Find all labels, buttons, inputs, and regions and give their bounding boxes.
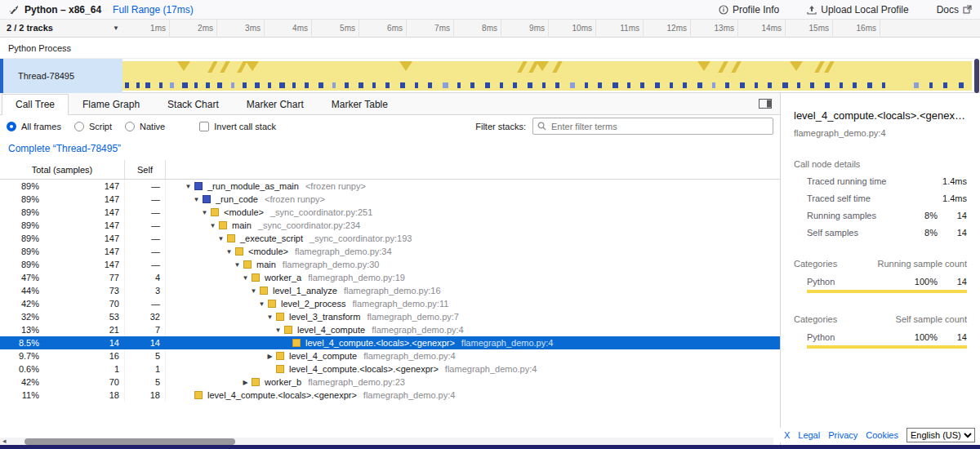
collapse-icon[interactable]: ▼ [257, 300, 266, 308]
marker-slash-icon [553, 61, 563, 73]
expand-icon[interactable]: ▶ [241, 379, 250, 386]
collapse-icon[interactable]: ▼ [200, 209, 209, 216]
category-square-icon [260, 287, 268, 295]
total-cell: 9.7%16 [0, 349, 125, 362]
radio-all-frames[interactable] [7, 122, 16, 131]
tab-marker-table[interactable]: Marker Table [318, 93, 402, 114]
sample-tick [206, 82, 210, 88]
tree-row[interactable]: 9.7%165▶level_4_computeflamegraph_demo.p… [0, 349, 780, 362]
tree-row[interactable]: 42%705▶worker_bflamegraph_demo.py:23 [0, 376, 780, 389]
tree-row[interactable]: 11%1818level_4_compute.<locals>.<genexpr… [0, 389, 780, 402]
function-name: <module> [224, 207, 264, 217]
footer-link-privacy[interactable]: Privacy [828, 430, 858, 440]
tree-row[interactable]: 44%733▼level_1_analyzeflamegraph_demo.py… [0, 284, 780, 297]
total-cell: 42%70 [0, 376, 125, 389]
scroll-left-icon[interactable]: ◂ [2, 437, 7, 445]
sample-tick [513, 82, 517, 88]
sample-tick [332, 82, 336, 88]
tree-row[interactable]: 32%5332▼level_3_transformflamegraph_demo… [0, 310, 780, 323]
profile-info-button[interactable]: Profile Info [719, 4, 779, 16]
tree-row[interactable]: 8.5%1414level_4_compute.<locals>.<genexp… [0, 336, 780, 349]
breadcrumb-link[interactable]: Complete “Thread-78495” [8, 143, 121, 154]
upload-profile-button[interactable]: Upload Local Profile [807, 4, 908, 16]
thread-activity-graph[interactable] [122, 59, 972, 93]
horizontal-scrollbar-thumb[interactable] [24, 438, 235, 445]
detail-value: 1.4ms [942, 176, 967, 186]
timeline-ruler: 2 / 2 tracks ▼ 1ms2ms3ms4ms5ms6ms7ms8ms9… [0, 20, 980, 38]
total-percent: 89% [0, 207, 39, 217]
total-cell: 89%147 [0, 219, 125, 232]
category-square-icon [268, 300, 276, 308]
footer-link-x[interactable]: X [784, 430, 790, 440]
marker-triangle-icon [246, 61, 259, 71]
collapse-icon[interactable]: ▼ [233, 261, 242, 269]
tree-row[interactable]: 0.6%11level_4_compute.<locals>.<genexpr>… [0, 362, 780, 376]
collapse-icon[interactable]: ▼ [225, 248, 234, 256]
sample-tick [217, 82, 222, 88]
docs-button[interactable]: Docs [937, 4, 972, 16]
ruler-tick: 5ms [309, 20, 359, 38]
tab-call-tree[interactable]: Call Tree [2, 94, 69, 115]
thread-track[interactable]: Thread-78495 [0, 59, 980, 93]
tree-row[interactable]: 89%147—▼mainflamegraph_demo.py:30 [0, 258, 780, 271]
total-samples: 70 [39, 377, 124, 387]
tree-row[interactable]: 89%147—▼_run_code<frozen runpy> [0, 193, 780, 206]
ruler-tick: 4ms [261, 20, 312, 38]
radio-native[interactable] [125, 122, 135, 131]
collapse-icon[interactable]: ▼ [274, 327, 283, 334]
total-cell: 0.6%1 [0, 362, 125, 376]
function-name: main [256, 260, 276, 269]
invert-checkbox-label[interactable]: Invert call stack [214, 122, 276, 131]
ruler-tick: 11ms [593, 20, 644, 38]
tree-row[interactable]: 13%217▼level_4_computeflamegraph_demo.py… [0, 323, 780, 336]
collapse-icon[interactable]: ▼ [216, 235, 225, 242]
language-select[interactable]: English (US) [906, 428, 975, 442]
invert-checkbox[interactable] [199, 122, 209, 131]
collapse-icon[interactable]: ▼ [192, 196, 201, 203]
expand-icon[interactable]: ▶ [265, 353, 274, 360]
vertical-scrollbar-thumb[interactable] [974, 59, 979, 93]
detail-label: Running samples [807, 211, 905, 220]
sample-tick [279, 82, 285, 88]
category-square-icon [284, 326, 292, 334]
radio-label[interactable]: Script [89, 122, 112, 131]
footer-link-cookies[interactable]: Cookies [866, 430, 898, 440]
radio-label[interactable]: All frames [21, 122, 61, 131]
total-percent: 89% [0, 260, 39, 269]
process-track[interactable]: Python Process [0, 38, 980, 59]
collapse-icon[interactable]: ▼ [249, 287, 258, 295]
function-name: <module> [248, 247, 288, 256]
collapse-icon[interactable]: ▼ [265, 313, 274, 321]
tree-row[interactable]: 47%774▼worker_aflamegraph_demo.py:19 [0, 271, 780, 284]
full-range-link[interactable]: Full Range (17ms) [113, 4, 194, 16]
thread-track-label[interactable]: Thread-78495 [0, 59, 122, 93]
collapse-icon[interactable]: ▼ [184, 183, 193, 190]
filter-stacks-input[interactable] [532, 118, 773, 135]
tab-marker-chart[interactable]: Marker Chart [233, 93, 318, 114]
tree-row[interactable]: 89%147—▼<module>flamegraph_demo.py:34 [0, 245, 780, 258]
tree-row[interactable]: 42%70—▼level_2_processflamegraph_demo.py… [0, 297, 780, 310]
sample-tick [243, 82, 247, 88]
sample-tick [598, 82, 602, 88]
sidebar-toggle-button[interactable] [759, 99, 772, 109]
tree-row[interactable]: 89%147—▼_execute_script_sync_coordinator… [0, 232, 780, 245]
collapse-icon[interactable]: ▼ [241, 274, 250, 282]
detail-percent: 8% [905, 228, 938, 238]
total-percent: 89% [0, 194, 39, 204]
sample-tick [170, 82, 174, 88]
ruler-tick: 8ms [451, 20, 501, 38]
tree-row[interactable]: 89%147—▼<module>_sync_coordinator.py:251 [0, 206, 780, 219]
category-bar [807, 290, 967, 293]
total-percent: 89% [0, 233, 39, 243]
radio-label[interactable]: Native [140, 122, 165, 131]
radio-script[interactable] [74, 122, 84, 131]
tab-flame-graph[interactable]: Flame Graph [69, 93, 154, 114]
collapse-icon[interactable]: ▼ [208, 222, 217, 229]
tree-row[interactable]: 89%147—▼main_sync_coordinator.py:234 [0, 219, 780, 232]
footer-link-legal[interactable]: Legal [798, 430, 820, 440]
total-percent: 89% [0, 247, 39, 256]
tab-stack-chart[interactable]: Stack Chart [154, 93, 233, 114]
sample-tick [231, 82, 234, 88]
tracks-dropdown[interactable]: 2 / 2 tracks ▼ [7, 23, 119, 33]
tree-row[interactable]: 89%147—▼_run_module_as_main<frozen runpy… [0, 180, 780, 193]
